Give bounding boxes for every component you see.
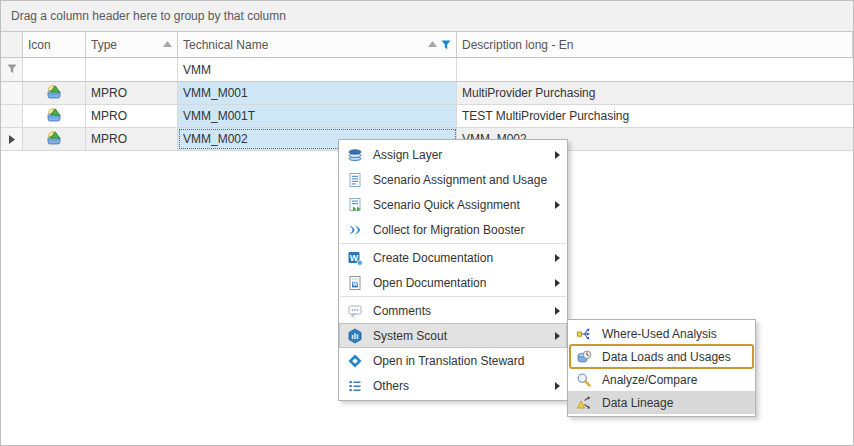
column-header-type[interactable]: Type: [86, 32, 178, 57]
filter-cell-description[interactable]: [457, 58, 853, 81]
column-header-label: Icon: [28, 38, 51, 52]
cell-type: MPRO: [86, 105, 178, 127]
column-header-technical-name[interactable]: Technical Name: [178, 32, 457, 57]
scenario-document-icon: [347, 172, 363, 188]
where-used-icon: [576, 326, 592, 342]
submenu-arrow-icon: [555, 251, 560, 265]
menu-item-scenario-quick-assignment[interactable]: Scenario Quick Assignment: [339, 192, 567, 217]
filter-row-indicator: [1, 58, 23, 81]
column-header-row: Icon Type Technical Name Description: [1, 32, 853, 58]
cell-technical-name[interactable]: VMM_M001T: [178, 105, 457, 127]
list-icon: [347, 378, 363, 394]
submenu-item-analyze-compare[interactable]: Analyze/Compare: [568, 368, 755, 391]
submenu-item-data-loads-and-usages[interactable]: Data Loads and Usages: [568, 345, 755, 368]
group-by-panel[interactable]: Drag a column header here to group by th…: [1, 1, 853, 32]
menu-item-assign-layer[interactable]: Assign Layer: [339, 142, 567, 167]
cell-icon: [23, 105, 86, 127]
cell-icon: [23, 128, 86, 150]
menu-item-create-documentation[interactable]: W Create Documentation: [339, 245, 567, 270]
hexagon-icon: [347, 328, 363, 344]
submenu-arrow-icon: [555, 198, 560, 212]
cell-description: MultiProvider Purchasing: [457, 82, 853, 104]
data-lineage-icon: [576, 395, 592, 411]
grid-window: Drag a column header here to group by th…: [0, 0, 854, 446]
group-by-hint: Drag a column header here to group by th…: [11, 9, 286, 23]
menu-item-comments[interactable]: Comments: [339, 298, 567, 323]
column-header-description[interactable]: Description long - En: [457, 32, 853, 57]
menu-item-system-scout[interactable]: System Scout: [339, 323, 567, 348]
submenu-arrow-icon: [555, 276, 560, 290]
filter-value: VMM: [183, 63, 211, 77]
submenu-arrow-icon: [555, 148, 560, 162]
filter-cell-technical-name[interactable]: VMM: [178, 58, 457, 81]
sort-ascending-icon: [428, 41, 437, 48]
menu-item-others[interactable]: Others: [339, 373, 567, 398]
header-indicator-cell: [1, 32, 23, 57]
column-header-icon[interactable]: Icon: [23, 32, 86, 57]
table-row[interactable]: MPRO VMM_M001 MultiProvider Purchasing: [1, 82, 853, 105]
word-create-icon: W: [347, 250, 363, 266]
data-loads-icon: [576, 349, 592, 365]
menu-item-open-translation-steward[interactable]: Open in Translation Steward: [339, 348, 567, 373]
magnifier-icon: [576, 372, 592, 388]
column-header-label: Type: [91, 38, 117, 52]
menu-item-collect-migration-booster[interactable]: Collect for Migration Booster: [339, 217, 567, 242]
multiprovider-icon: [46, 130, 62, 149]
sort-ascending-icon: [163, 41, 172, 48]
submenu-arrow-icon: [555, 329, 560, 343]
cell-icon: [23, 82, 86, 104]
cell-description: TEST MultiProvider Purchasing: [457, 105, 853, 127]
column-header-label: Description long - En: [462, 38, 573, 52]
filter-cell-icon[interactable]: [23, 58, 86, 81]
layers-icon: [347, 147, 363, 163]
row-indicator-cell: [1, 105, 23, 127]
system-scout-submenu: Where-Used Analysis Data Loads and Usage…: [567, 319, 756, 417]
active-filter-icon[interactable]: [441, 40, 451, 50]
table-row[interactable]: MPRO VMM_M001T TEST MultiProvider Purcha…: [1, 105, 853, 128]
multiprovider-icon: [46, 107, 62, 126]
double-chevron-icon: [347, 222, 363, 238]
comment-bubble-icon: [347, 303, 363, 319]
cell-technical-name[interactable]: VMM_M001: [178, 82, 457, 104]
filter-funnel-icon: [7, 63, 17, 77]
submenu-arrow-icon: [555, 304, 560, 318]
focused-row-arrow: [1, 128, 23, 150]
multiprovider-icon: [46, 84, 62, 103]
filter-row: VMM: [1, 58, 853, 82]
filter-cell-type[interactable]: [86, 58, 178, 81]
menu-item-scenario-assignment[interactable]: Scenario Assignment and Usage: [339, 167, 567, 192]
submenu-item-data-lineage[interactable]: Data Lineage: [568, 391, 755, 414]
diamond-icon: [347, 353, 363, 369]
context-menu: Assign Layer Scenario Assignment and Usa…: [338, 139, 568, 401]
scenario-quick-icon: [347, 197, 363, 213]
submenu-item-where-used-analysis[interactable]: Where-Used Analysis: [568, 322, 755, 345]
menu-separator: [340, 296, 566, 297]
cell-type: MPRO: [86, 128, 178, 150]
svg-text:W: W: [352, 281, 358, 287]
menu-separator: [340, 243, 566, 244]
row-indicator-cell: [1, 82, 23, 104]
cell-type: MPRO: [86, 82, 178, 104]
submenu-arrow-icon: [555, 379, 560, 393]
menu-item-open-documentation[interactable]: W Open Documentation: [339, 270, 567, 295]
word-open-icon: W: [347, 275, 363, 291]
column-header-label: Technical Name: [183, 38, 268, 52]
